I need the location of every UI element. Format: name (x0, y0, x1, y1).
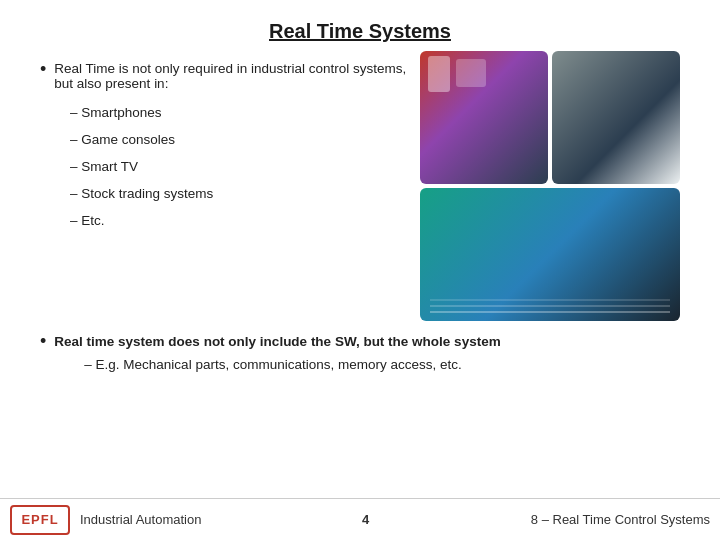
second-sub-bullets: E.g. Mechanical parts, communications, m… (84, 351, 500, 378)
epfl-logo: EPFL (10, 505, 70, 535)
page-title: Real Time Systems (40, 20, 680, 43)
second-section: • Real time system does not only include… (40, 333, 680, 378)
smartphones-image (420, 51, 548, 184)
second-bold-text: Real time system does not only include t… (54, 334, 500, 349)
consoles-image (552, 51, 680, 184)
footer: EPFL Industrial Automation 4 8 – Real Ti… (0, 498, 720, 540)
footer-left-label: Industrial Automation (80, 512, 201, 527)
second-bullet-icon: • (40, 331, 46, 352)
sub-bullet-consoles: Game consoles (70, 126, 410, 153)
image-column (420, 51, 680, 321)
sub-bullets-list: Smartphones Game consoles Smart TV Stock… (70, 99, 410, 234)
footer-right-label: 8 – Real Time Control Systems (530, 512, 710, 527)
main-bullet-text: Real Time is not only required in indust… (54, 61, 410, 91)
second-bullet-content: Real time system does not only include t… (54, 333, 500, 378)
sub-bullet-etc: Etc. (70, 207, 410, 234)
text-column: • Real Time is not only required in indu… (40, 61, 410, 321)
main-bullet: • Real Time is not only required in indu… (40, 61, 410, 91)
slide: Real Time Systems • Real Time is not onl… (0, 0, 720, 540)
footer-page-number: 4 (201, 512, 530, 527)
sub-bullet-smartphones: Smartphones (70, 99, 410, 126)
image-grid (420, 51, 680, 321)
sub-bullet-smarttv: Smart TV (70, 153, 410, 180)
second-main-bullet: • Real time system does not only include… (40, 333, 680, 378)
second-sub-bullet: E.g. Mechanical parts, communications, m… (84, 351, 500, 378)
sub-bullet-stock: Stock trading systems (70, 180, 410, 207)
content-area: • Real Time is not only required in indu… (40, 61, 680, 321)
bullet-icon: • (40, 59, 46, 80)
smarttv-image (420, 188, 680, 321)
